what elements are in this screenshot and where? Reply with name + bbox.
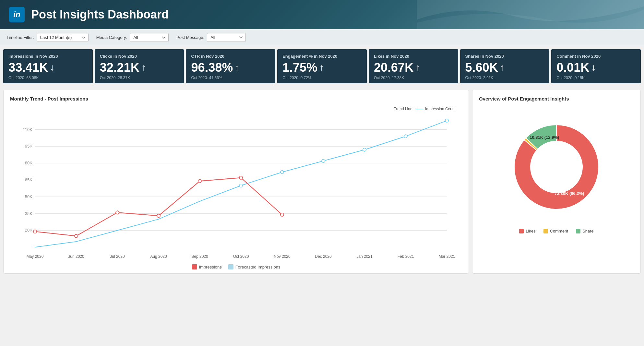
svg-text:Jul 2020: Jul 2020 bbox=[110, 254, 125, 259]
kpi-card-5: Shares in Nov 2020 5.60K ↑ Oct 2020: 2.9… bbox=[460, 49, 550, 83]
svg-text:Dec 2020: Dec 2020 bbox=[315, 254, 332, 259]
svg-text:May 2020: May 2020 bbox=[27, 254, 44, 259]
line-chart-svg: 110K95K80K65K50K35K20KMay 2020Jun 2020Ju… bbox=[10, 105, 462, 261]
kpi-prev-6: Oct 2020: 0.15K bbox=[556, 76, 636, 80]
kpi-card-2: CTR in Nov 2020 96.38% ↑ Oct 2020: 41.66… bbox=[186, 49, 275, 83]
svg-point-25 bbox=[239, 184, 243, 187]
legend-forecasted: Forecasted Impressions bbox=[228, 264, 280, 269]
legend-forecasted-label: Forecasted Impressions bbox=[235, 265, 280, 269]
donut-legend-likes: Likes bbox=[519, 229, 535, 233]
donut-chart-title: Overview of Post Engagement Insights bbox=[479, 96, 634, 101]
message-filter-select[interactable]: All bbox=[207, 33, 246, 42]
linkedin-logo: in bbox=[9, 7, 25, 22]
donut-container: 72.30K (86.2%)10.81K (12.9%) Likes Comme… bbox=[479, 105, 634, 233]
svg-text:50K: 50K bbox=[25, 194, 32, 199]
header: in Post Insights Dashboard bbox=[0, 0, 644, 29]
share-legend-label: Share bbox=[582, 229, 594, 233]
svg-text:35K: 35K bbox=[25, 211, 32, 216]
kpi-title-5: Shares in Nov 2020 bbox=[465, 54, 544, 59]
filter-bar: Timeline Filter: Last 12 Month(s) Last 6… bbox=[0, 29, 644, 46]
svg-text:Nov 2020: Nov 2020 bbox=[274, 254, 291, 259]
svg-point-33 bbox=[116, 211, 119, 214]
trend-legend-label: Trend Line: bbox=[394, 107, 413, 111]
svg-text:20K: 20K bbox=[25, 228, 32, 233]
kpi-value-1: 32.21K ↑ bbox=[100, 61, 179, 74]
kpi-title-1: Clicks in Nov 2020 bbox=[100, 54, 179, 59]
timeline-filter-select[interactable]: Last 12 Month(s) Last 6 Month(s) Last 3 … bbox=[37, 33, 89, 42]
likes-legend-box bbox=[519, 229, 524, 233]
trend-legend-value: Impression Count bbox=[425, 107, 456, 111]
kpi-title-4: Likes in Nov 2020 bbox=[374, 54, 453, 59]
kpi-value-4: 20.67K ↑ bbox=[374, 61, 453, 74]
svg-text:10.81K (12.9%): 10.81K (12.9%) bbox=[530, 135, 559, 140]
svg-text:Oct 2020: Oct 2020 bbox=[233, 254, 249, 259]
svg-point-26 bbox=[280, 171, 284, 174]
line-chart-legend: Impressions Forecasted Impressions bbox=[10, 264, 462, 269]
legend-impressions-box bbox=[192, 264, 197, 269]
kpi-value-5: 5.60K ↑ bbox=[465, 61, 544, 74]
kpi-value-0: 33.41K ↓ bbox=[8, 61, 88, 74]
svg-text:Jun 2020: Jun 2020 bbox=[68, 254, 84, 259]
trend-line-sample bbox=[415, 109, 423, 109]
legend-impressions-label: Impressions bbox=[199, 265, 222, 269]
kpi-bar: Impressions in Nov 2020 33.41K ↓ Oct 202… bbox=[0, 46, 644, 87]
comment-legend-box bbox=[543, 229, 548, 233]
kpi-prev-4: Oct 2020: 17.38K bbox=[374, 76, 453, 80]
svg-text:72.30K (86.2%): 72.30K (86.2%) bbox=[555, 191, 584, 196]
kpi-value-2: 96.38% ↑ bbox=[191, 61, 270, 74]
media-filter-group: Media Category: All Image Video Text bbox=[96, 33, 169, 42]
svg-point-32 bbox=[75, 234, 78, 238]
media-filter-select[interactable]: All Image Video Text bbox=[130, 33, 169, 42]
svg-point-35 bbox=[198, 179, 201, 183]
charts-section: Monthly Trend - Post Impressions Trend L… bbox=[0, 87, 644, 277]
svg-text:Aug 2020: Aug 2020 bbox=[150, 254, 167, 259]
line-chart-container: Trend Line: Impression Count 110K95K80K6… bbox=[10, 105, 462, 268]
donut-legend: Likes Comment Share bbox=[519, 229, 593, 233]
kpi-card-3: Engagement % in Nov 2020 1.75% ↑ Oct 202… bbox=[277, 49, 367, 83]
trend-legend: Trend Line: Impression Count bbox=[394, 107, 456, 111]
svg-point-36 bbox=[239, 176, 243, 179]
comment-legend-label: Comment bbox=[550, 229, 568, 233]
kpi-value-3: 1.75% ↑ bbox=[282, 61, 362, 74]
svg-point-29 bbox=[404, 135, 407, 138]
kpi-prev-2: Oct 2020: 41.66% bbox=[191, 76, 270, 80]
svg-point-30 bbox=[445, 119, 448, 122]
legend-impressions: Impressions bbox=[192, 264, 222, 269]
svg-text:65K: 65K bbox=[25, 177, 32, 182]
timeline-filter-label: Timeline Filter: bbox=[6, 35, 34, 40]
line-chart-title: Monthly Trend - Post Impressions bbox=[10, 96, 462, 101]
svg-point-28 bbox=[363, 148, 366, 151]
kpi-prev-1: Oct 2020: 28.37K bbox=[100, 76, 179, 80]
svg-text:Sep 2020: Sep 2020 bbox=[191, 254, 208, 259]
kpi-value-6: 0.01K ↓ bbox=[556, 61, 636, 74]
kpi-title-2: CTR in Nov 2020 bbox=[191, 54, 270, 59]
likes-legend-label: Likes bbox=[526, 229, 535, 233]
legend-forecasted-box bbox=[228, 264, 233, 269]
kpi-prev-5: Oct 2020: 2.91K bbox=[465, 76, 544, 80]
kpi-prev-0: Oct 2020: 68.08K bbox=[8, 76, 88, 80]
kpi-card-0: Impressions in Nov 2020 33.41K ↓ Oct 202… bbox=[3, 49, 93, 83]
kpi-prev-3: Oct 2020: 0.72% bbox=[282, 76, 362, 80]
donut-chart-panel: Overview of Post Engagement Insights 72.… bbox=[472, 90, 641, 274]
svg-text:Jan 2021: Jan 2021 bbox=[356, 254, 373, 259]
donut-legend-comment: Comment bbox=[543, 229, 568, 233]
kpi-title-0: Impressions in Nov 2020 bbox=[8, 54, 88, 59]
svg-text:Mar 2021: Mar 2021 bbox=[439, 254, 455, 259]
svg-point-31 bbox=[33, 230, 37, 233]
line-chart-panel: Monthly Trend - Post Impressions Trend L… bbox=[3, 90, 469, 274]
media-filter-label: Media Category: bbox=[96, 35, 127, 40]
svg-text:95K: 95K bbox=[25, 144, 32, 149]
kpi-card-4: Likes in Nov 2020 20.67K ↑ Oct 2020: 17.… bbox=[369, 49, 458, 83]
svg-text:110K: 110K bbox=[23, 127, 33, 132]
kpi-title-6: Comment in Nov 2020 bbox=[556, 54, 636, 59]
donut-legend-share: Share bbox=[576, 229, 594, 233]
svg-point-27 bbox=[322, 159, 325, 162]
share-legend-box bbox=[576, 229, 580, 233]
svg-text:Feb 2021: Feb 2021 bbox=[398, 254, 414, 259]
kpi-title-3: Engagement % in Nov 2020 bbox=[282, 54, 362, 59]
svg-text:80K: 80K bbox=[25, 161, 32, 165]
kpi-card-1: Clicks in Nov 2020 32.21K ↑ Oct 2020: 28… bbox=[95, 49, 184, 83]
svg-point-37 bbox=[280, 213, 284, 216]
message-filter-group: Post Message: All bbox=[176, 33, 246, 42]
kpi-card-6: Comment in Nov 2020 0.01K ↓ Oct 2020: 0.… bbox=[551, 49, 641, 83]
